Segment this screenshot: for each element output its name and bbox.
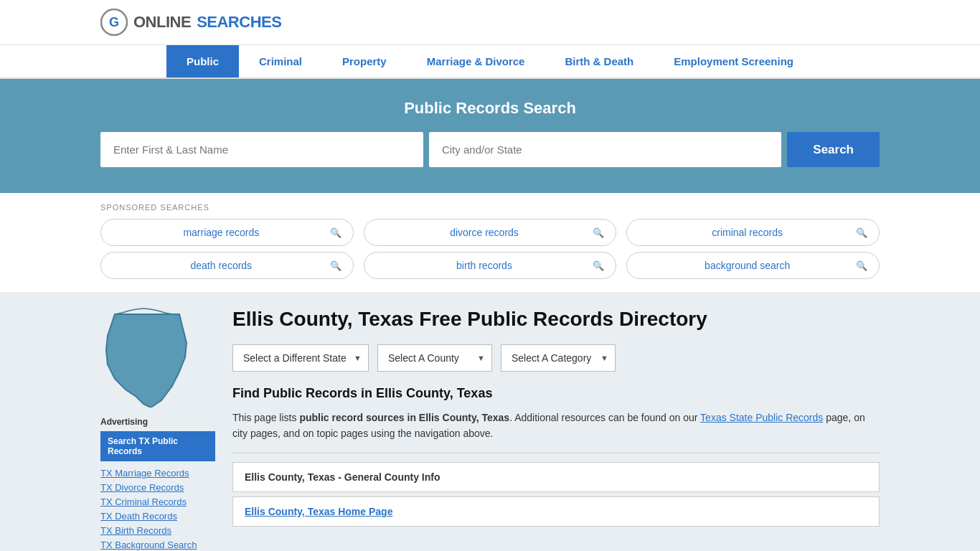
main-content: Advertising Search TX Public Records TX …	[0, 293, 980, 551]
logo: G ONLINESEARCHES	[100, 9, 281, 36]
tx-marriage-link[interactable]: TX Marriage Records	[100, 468, 189, 479]
logo-icon: G	[100, 9, 128, 36]
page-title: Ellis County, Texas Free Public Records …	[232, 307, 880, 331]
pill-grid: marriage records 🔍 divorce records 🔍 cri…	[100, 219, 880, 279]
search-icon: 🔍	[593, 260, 604, 271]
texas-state-link[interactable]: Texas State Public Records	[700, 412, 823, 423]
category-dropdown[interactable]: Select A Category	[501, 344, 616, 372]
list-item: TX Death Records	[100, 510, 215, 522]
desc-part1: This page lists	[232, 412, 299, 423]
list-item: TX Birth Records	[100, 524, 215, 536]
pill-label: criminal records	[639, 227, 856, 238]
pill-label: death records	[113, 260, 330, 271]
svg-text:G: G	[109, 15, 119, 29]
sidebar: Advertising Search TX Public Records TX …	[100, 307, 215, 551]
record-section-general: Ellis County, Texas - General County Inf…	[232, 462, 880, 492]
list-item: TX Divorce Records	[100, 481, 215, 493]
tx-birth-link[interactable]: TX Birth Records	[100, 525, 171, 536]
category-dropdown-wrap: Select A Category	[501, 344, 616, 372]
search-bar: Search	[100, 132, 880, 167]
nav-item-property[interactable]: Property	[322, 45, 407, 77]
hero-banner: Public Records Search Search	[0, 79, 980, 193]
pill-divorce-records[interactable]: divorce records 🔍	[364, 219, 617, 246]
pill-label: background search	[639, 260, 856, 271]
pill-label: birth records	[376, 260, 593, 271]
pill-death-records[interactable]: death records 🔍	[100, 252, 354, 279]
search-icon: 🔍	[330, 260, 341, 271]
search-icon: 🔍	[856, 260, 867, 271]
tx-death-link[interactable]: TX Death Records	[100, 511, 177, 522]
desc-part2: . Additional resources can be found on o…	[509, 412, 700, 423]
record-section-homepage: Ellis County, Texas Home Page	[232, 496, 880, 527]
list-item: TX Marriage Records	[100, 467, 215, 479]
nav-item-employment[interactable]: Employment Screening	[654, 45, 814, 77]
main-nav: Public Criminal Property Marriage & Divo…	[0, 45, 980, 79]
state-dropdown-wrap: Select a Different State	[232, 344, 369, 372]
tx-background-link[interactable]: TX Background Search	[100, 540, 197, 550]
list-item: TX Criminal Records	[100, 496, 215, 507]
find-heading: Find Public Records in Ellis County, Tex…	[232, 386, 880, 401]
content-area: Ellis County, Texas Free Public Records …	[232, 307, 880, 551]
pill-birth-records[interactable]: birth records 🔍	[364, 252, 617, 279]
sponsored-section: SPONSORED SEARCHES marriage records 🔍 di…	[0, 193, 980, 293]
desc-bold: public record sources in Ellis County, T…	[299, 412, 509, 423]
dropdowns: Select a Different State Select A County…	[232, 344, 880, 372]
logo-text-searches: SEARCHES	[197, 13, 281, 32]
pill-background-search[interactable]: background search 🔍	[626, 252, 880, 279]
name-input[interactable]	[100, 132, 423, 167]
tx-criminal-link[interactable]: TX Criminal Records	[100, 496, 187, 507]
description: This page lists public record sources in…	[232, 410, 880, 442]
logo-text-online: ONLINE	[133, 13, 191, 32]
nav-item-public[interactable]: Public	[166, 45, 239, 77]
texas-map	[100, 307, 194, 408]
pill-criminal-records[interactable]: criminal records 🔍	[626, 219, 880, 246]
county-dropdown[interactable]: Select A County	[377, 344, 492, 372]
nav-item-criminal[interactable]: Criminal	[239, 45, 322, 77]
tx-divorce-link[interactable]: TX Divorce Records	[100, 482, 184, 493]
search-icon: 🔍	[593, 227, 604, 238]
nav-item-birth-death[interactable]: Birth & Death	[545, 45, 654, 77]
divider	[232, 453, 880, 453]
sidebar-ad-label: Advertising	[100, 417, 215, 427]
pill-label: marriage records	[113, 227, 330, 238]
list-item: TX Background Search	[100, 539, 215, 550]
city-input[interactable]	[429, 132, 781, 167]
hero-title: Public Records Search	[100, 99, 880, 118]
pill-label: divorce records	[376, 227, 593, 238]
sidebar-links: TX Marriage Records TX Divorce Records T…	[100, 467, 215, 550]
pill-marriage-records[interactable]: marriage records 🔍	[100, 219, 354, 246]
sponsored-label: SPONSORED SEARCHES	[100, 203, 880, 212]
search-button[interactable]: Search	[787, 132, 880, 167]
section-title-general: Ellis County, Texas - General County Inf…	[245, 471, 440, 483]
header: G ONLINESEARCHES	[0, 0, 980, 45]
county-dropdown-wrap: Select A County	[377, 344, 492, 372]
nav-item-marriage-divorce[interactable]: Marriage & Divorce	[407, 45, 545, 77]
search-icon: 🔍	[856, 227, 867, 238]
search-tx-button[interactable]: Search TX Public Records	[100, 431, 215, 461]
section-link-homepage[interactable]: Ellis County, Texas Home Page	[245, 506, 392, 517]
state-dropdown[interactable]: Select a Different State	[232, 344, 369, 372]
search-icon: 🔍	[330, 227, 341, 238]
